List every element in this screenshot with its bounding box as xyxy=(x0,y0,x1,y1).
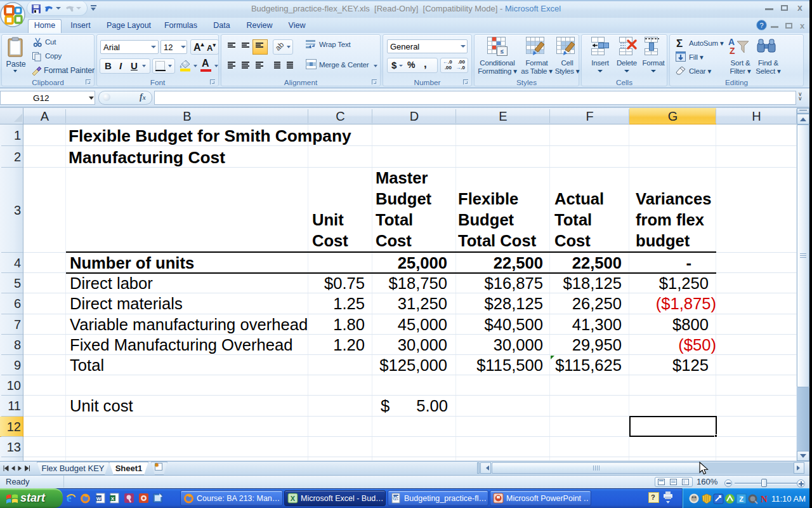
svg-text:W: W xyxy=(96,496,102,502)
svg-text:Z: Z xyxy=(730,46,735,56)
svg-text:X: X xyxy=(111,496,115,502)
svg-text:?: ? xyxy=(759,22,763,29)
svg-text:N: N xyxy=(761,494,768,504)
svg-text:Z: Z xyxy=(739,495,743,503)
svg-text:X: X xyxy=(291,495,296,502)
svg-text:W: W xyxy=(393,496,398,500)
